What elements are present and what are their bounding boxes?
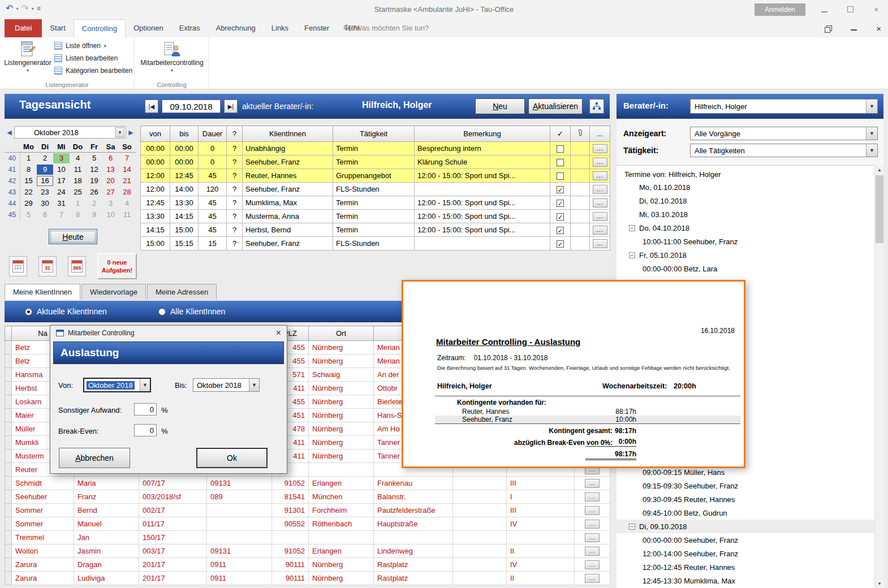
calendar-day[interactable]: 25 xyxy=(70,187,86,197)
calendar-next-icon[interactable]: ▶ xyxy=(126,129,136,136)
qat-customize-icon[interactable]: ≡ xyxy=(37,3,41,14)
month-calendar-button[interactable]: 31 xyxy=(38,256,57,276)
tree-appointment-item[interactable]: 09:45-10:00 Betz, Gudrun xyxy=(617,506,874,520)
tree-expander-icon[interactable]: − xyxy=(629,225,635,231)
row-options-button[interactable]: ... xyxy=(593,158,607,167)
calendar-prev-icon[interactable]: ◀ xyxy=(5,129,14,136)
appointment-column-header[interactable]: ... xyxy=(590,126,610,142)
chevron-down-icon[interactable]: ▼ xyxy=(115,127,124,137)
scrollbar-thumb[interactable] xyxy=(876,175,883,243)
calendar-day[interactable]: 14 xyxy=(119,165,135,175)
done-checkbox[interactable] xyxy=(557,159,564,166)
appointment-row[interactable]: 00:0000:000?Seehuber, FranzTerminKlärung… xyxy=(141,155,610,169)
redo-icon[interactable]: ↷ xyxy=(21,3,28,14)
client-row[interactable]: WoitonJasmin003/170913191052ErlangenLind… xyxy=(5,544,610,558)
row-options-button[interactable]: ... xyxy=(593,185,607,194)
tree-appointment-item[interactable]: 09:30-09:45 Reuter, Hannes xyxy=(617,492,874,506)
bis-select[interactable]: Oktober 2018 ▼ xyxy=(193,378,260,392)
row-selector[interactable] xyxy=(5,463,12,477)
row-selector[interactable] xyxy=(5,368,12,382)
done-checkbox[interactable]: ✓ xyxy=(557,227,564,234)
dialog-titlebar[interactable]: Mitarbeiter Controlling × xyxy=(50,326,287,340)
tree-date-item[interactable]: −Di, 09.10.2018 xyxy=(617,520,874,533)
client-row[interactable]: SommerManuel011/1790552RöthenbachHauptst… xyxy=(5,517,610,531)
client-options-button[interactable]: ... xyxy=(585,574,600,583)
day-calendar-button[interactable] xyxy=(9,256,27,276)
calendar-day[interactable]: 11 xyxy=(70,165,86,175)
client-row[interactable]: SchmidtMaria007/170913191052ErlangenFran… xyxy=(5,477,610,490)
row-options-button[interactable]: ... xyxy=(593,226,607,235)
taetigkeit-select[interactable]: Alle Tätigkeiten ▼ xyxy=(690,144,878,157)
chevron-down-icon[interactable]: ▼ xyxy=(866,100,877,113)
year-calendar-button[interactable]: 365 xyxy=(68,256,86,276)
row-selector[interactable] xyxy=(5,395,12,409)
date-prev-button[interactable]: |◀ xyxy=(145,100,158,113)
tree-appointment-item[interactable]: 00:00-00:00 Betz, Lara xyxy=(617,262,874,275)
client-options-button[interactable]: ... xyxy=(585,547,600,556)
appointment-column-header[interactable]: ? xyxy=(227,126,243,142)
abbrechen-button[interactable]: Abbrechen xyxy=(59,448,130,468)
radio-alle-klientinnen[interactable]: Alle KlientInnen xyxy=(158,307,225,316)
menu-tab-controlling[interactable]: Controlling xyxy=(74,19,126,37)
calendar-day[interactable]: 3 xyxy=(53,153,70,163)
calendar-day[interactable]: 8 xyxy=(70,210,86,220)
calendar-day[interactable]: 23 xyxy=(37,187,53,197)
done-checkbox[interactable]: ✓ xyxy=(557,213,564,220)
tree-date-item[interactable]: Di, 02.10.2018 xyxy=(617,194,874,207)
tree-date-item[interactable]: −Do, 04.10.2018 xyxy=(617,221,874,235)
client-row[interactable]: TremmelJan150/17... xyxy=(5,531,610,544)
calendar-day[interactable]: 2 xyxy=(86,198,102,209)
row-selector[interactable] xyxy=(5,422,12,436)
row-selector[interactable] xyxy=(5,572,12,585)
appointment-column-header[interactable]: Tätigkeit xyxy=(333,126,415,142)
row-selector[interactable] xyxy=(5,504,12,517)
close-button[interactable]: × xyxy=(869,5,883,14)
tab-meine-klientinnen[interactable]: Meine KlientInnen xyxy=(5,284,80,300)
layout-button[interactable] xyxy=(589,99,604,114)
appointment-column-header[interactable]: Dauer xyxy=(199,126,227,142)
row-selector[interactable] xyxy=(5,531,12,544)
appointment-row[interactable]: 12:0014:00120?Seehuber, FranzFLS-Stunden… xyxy=(141,183,610,196)
search-box[interactable]: Was möchten Sie tun? xyxy=(343,24,429,32)
calendar-day[interactable]: 4 xyxy=(70,153,86,163)
ok-button[interactable]: Ok xyxy=(196,448,268,468)
menu-tab-abrechnung[interactable]: Abrechnung xyxy=(208,19,264,37)
ribbon-small-button[interactable]: Listen bearbeiten xyxy=(54,54,132,62)
tree-date-item[interactable]: −Fr, 05.10.2018 xyxy=(617,248,874,262)
client-options-button[interactable]: ... xyxy=(585,520,600,529)
row-options-button[interactable]: ... xyxy=(593,171,607,180)
sonstiger-aufwand-input[interactable]: 0 xyxy=(134,403,157,416)
appointment-row[interactable]: 14:1515:0045?Herbst, BerndTermin12:00 - … xyxy=(141,223,610,237)
tab-wiedervorlage[interactable]: Wiedervorlage xyxy=(81,284,146,300)
appointment-row[interactable]: 15:0015:1515?Seehuber, FranzFLS-Stunden✓… xyxy=(141,237,610,250)
appointment-column-header[interactable]: ✓ xyxy=(550,126,571,142)
tree-appointment-item[interactable]: 12:00-12:45 Reuter, Hannes xyxy=(617,560,874,574)
client-row[interactable]: SeehuberFranz003/2018/sf08981541MünchenB… xyxy=(5,490,610,504)
calendar-day[interactable]: 11 xyxy=(119,210,135,220)
row-selector[interactable] xyxy=(5,477,12,490)
calendar-day[interactable]: 6 xyxy=(37,210,53,220)
row-selector[interactable] xyxy=(5,436,12,449)
tree-appointment-item[interactable]: 00:00-00:00 Seehuber, Franz xyxy=(617,533,874,547)
calendar-month-select[interactable]: Oktober 2018 ▼ xyxy=(14,126,126,139)
tab-meine-adressen[interactable]: Meine Adressen xyxy=(147,284,217,300)
client-options-button[interactable]: ... xyxy=(585,479,600,488)
calendar-day[interactable]: 7 xyxy=(119,153,135,163)
break-even-input[interactable]: 0 xyxy=(134,424,157,436)
appointment-column-header[interactable]: KlientInnen xyxy=(243,126,333,142)
calendar-day[interactable]: 5 xyxy=(86,153,102,163)
undo-icon[interactable]: ↶ xyxy=(6,3,13,14)
calendar-day[interactable]: 22 xyxy=(20,187,37,197)
appointment-column-header[interactable]: bis xyxy=(170,126,199,142)
anmelden-button[interactable]: Anmelden xyxy=(755,3,805,16)
row-selector[interactable] xyxy=(5,449,12,463)
row-selector[interactable] xyxy=(5,382,12,395)
tree-expander-icon[interactable]: − xyxy=(629,524,635,530)
calendar-day[interactable]: 1 xyxy=(20,153,37,163)
chevron-down-icon[interactable]: ▼ xyxy=(866,144,877,157)
scroll-down-icon[interactable]: ▼ xyxy=(875,579,884,588)
calendar-day[interactable]: 27 xyxy=(102,187,119,197)
done-checkbox[interactable]: ✓ xyxy=(557,240,564,248)
tree-scrollbar[interactable]: ▲ ▼ xyxy=(874,165,883,588)
client-options-button[interactable]: ... xyxy=(585,492,600,501)
